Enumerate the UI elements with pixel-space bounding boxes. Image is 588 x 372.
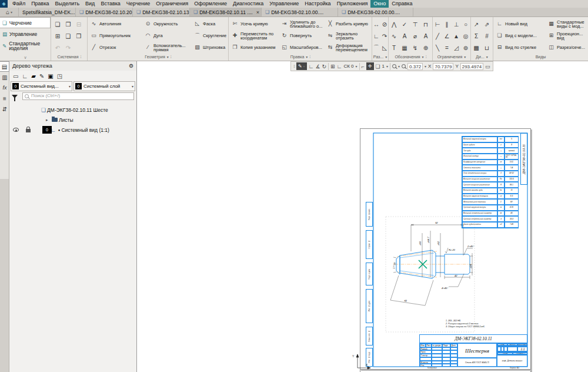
- chevron-down-icon[interactable]: ▾: [425, 64, 426, 68]
- move-by-coordinates-button[interactable]: ✚Переместить по координатам: [230, 30, 279, 42]
- fix-icon[interactable]: ⊢: [433, 18, 442, 30]
- coordinate-system-icon[interactable]: ∟: [337, 64, 342, 69]
- doc-tab[interactable]: ❏DM-EKG38-02.00.00....: [338, 8, 413, 16]
- open-document-icon[interactable]: ❐: [63, 18, 74, 30]
- menu-item[interactable]: Оформление: [191, 0, 230, 8]
- measure-sum-icon[interactable]: Σ: [471, 30, 482, 42]
- radial-dimension-icon[interactable]: ⌒: [372, 42, 380, 54]
- tab-drawing[interactable]: ❏Черчение: [0, 17, 51, 28]
- history-icon[interactable]: ⇵: [0, 104, 9, 114]
- collapse-ribbon-button[interactable]: ∨: [0, 55, 51, 60]
- weld-icon[interactable]: ↯: [410, 42, 420, 54]
- toolbar-grip[interactable]: ⁞⁞: [293, 64, 295, 68]
- style-button[interactable]: ✎▾: [296, 62, 307, 70]
- copy-by-point-button[interactable]: ❐Копия указанием: [230, 42, 279, 54]
- zoom-tool-icon[interactable]: [392, 64, 396, 68]
- view-arrow-icon[interactable]: ⊓: [420, 18, 431, 30]
- parallel-icon[interactable]: ∥: [442, 18, 452, 30]
- hatch-button[interactable]: ▨Штриховка: [192, 42, 229, 54]
- extend-button[interactable]: ⇥Удлинить до ближайшего о...: [279, 18, 325, 30]
- menu-item[interactable]: Черчение: [123, 0, 153, 8]
- text-icon[interactable]: T: [389, 42, 399, 54]
- equal-icon[interactable]: =: [442, 42, 452, 54]
- layer-value[interactable]: 1: [382, 64, 385, 69]
- measure-area-icon[interactable]: ▩: [471, 42, 482, 54]
- symmetry-icon[interactable]: ▲: [452, 30, 461, 42]
- fillet-button[interactable]: ⌒Скругление: [192, 30, 229, 42]
- doc-tab[interactable]: ❏DM-EKG38-02.10.00....: [262, 8, 338, 16]
- lock-icon[interactable]: [26, 129, 31, 132]
- menu-item[interactable]: Справка: [389, 0, 415, 8]
- layer-badge[interactable]: 0: [42, 126, 52, 134]
- menu-item[interactable]: Настройка: [302, 0, 333, 8]
- menu-item-window[interactable]: Окно: [370, 0, 389, 8]
- menu-item[interactable]: Правка: [28, 0, 52, 8]
- layers-icon[interactable]: ≡: [0, 93, 9, 104]
- search-input[interactable]: Поиск (Ctrl+/): [22, 92, 134, 100]
- deform-button[interactable]: ⇆Деформация перемещением: [325, 42, 373, 54]
- chevron-down-icon[interactable]: ▾: [464, 55, 466, 59]
- measure-distance-icon[interactable]: ↗: [471, 18, 482, 30]
- linear-dimension-icon[interactable]: ↔: [372, 18, 380, 30]
- datum-icon[interactable]: ✓: [399, 18, 410, 30]
- perpendicular-icon[interactable]: ⊥: [452, 18, 461, 30]
- views-filter-icon[interactable]: ▭: [13, 73, 18, 79]
- section-view-button[interactable]: ◫Разрез/сече...: [546, 42, 588, 54]
- center-mark-icon[interactable]: ⊕: [420, 42, 431, 54]
- chevron-down-icon[interactable]: ▾: [398, 64, 400, 68]
- measure-length-icon[interactable]: ⊔: [482, 42, 492, 54]
- rotate-button[interactable]: ↻Повернуть: [279, 30, 325, 42]
- coordinate-system-value[interactable]: СК 0: [343, 64, 353, 69]
- print-preview-icon[interactable]: ❑: [63, 30, 74, 42]
- tree-item-document[interactable]: ❏ДМ-ЭКГ38-02.10.11 Шесте: [9, 105, 136, 115]
- variables-icon[interactable]: fx: [0, 82, 9, 93]
- menu-item[interactable]: Выделить: [52, 0, 83, 8]
- arc-dimension-icon[interactable]: ↷: [380, 30, 389, 42]
- save-icon[interactable]: ⊟: [74, 18, 84, 30]
- corner-snap-icon[interactable]: ⌐: [362, 64, 365, 69]
- rounding-icon[interactable]: ↻: [322, 64, 327, 69]
- close-icon[interactable]: ×: [256, 9, 259, 15]
- tree-item-sheets[interactable]: ▸Листы: [9, 115, 136, 125]
- segment-button[interactable]: ╱Отрезок: [89, 42, 143, 54]
- view-icon[interactable]: ∟: [22, 73, 28, 79]
- view-filter-dropdown[interactable]: 0Системный вид...▾: [11, 81, 72, 91]
- snaps-toggle[interactable]: ✛: [366, 62, 374, 70]
- drawing-tree-icon[interactable]: ▤: [0, 61, 9, 72]
- layer-filter-dropdown[interactable]: 0Системный слой▾: [74, 81, 135, 91]
- concentric-icon[interactable]: ◎: [461, 30, 470, 42]
- redo-icon[interactable]: ↷: [63, 42, 74, 54]
- measure-grid-icon[interactable]: #: [482, 30, 492, 42]
- visibility-eye-icon[interactable]: [13, 128, 19, 132]
- doc-tab[interactable]: ❏DM-EKG38-02.10.20 ....: [76, 8, 133, 16]
- chevron-down-icon[interactable]: ▾: [386, 64, 388, 68]
- coincident-icon[interactable]: ⊚: [461, 42, 470, 54]
- chamfer-dimension-icon[interactable]: ◺: [380, 42, 389, 54]
- grid-icon[interactable]: ⊞: [330, 64, 335, 69]
- circle-button[interactable]: ⊙Окружность: [143, 18, 192, 30]
- y-coordinate[interactable]: 293.4974: [460, 63, 483, 70]
- mirror-button[interactable]: ⇋Зеркально отразить: [325, 30, 373, 42]
- diameter-dimension-icon[interactable]: ⊘: [380, 18, 389, 30]
- standard-views-button[interactable]: ▦Стандартные виды с мод...: [546, 18, 588, 30]
- ortho-mode-icon[interactable]: ∟: [309, 64, 314, 69]
- menu-item[interactable]: Ограничения: [153, 0, 191, 8]
- menu-item[interactable]: Вид: [82, 0, 98, 8]
- zoom-scale-icon[interactable]: [402, 64, 406, 68]
- group-grip[interactable]: ⁞: [171, 55, 171, 59]
- view-by-arrow-button[interactable]: ⊟Вид по стрелке: [495, 42, 546, 54]
- group-grip[interactable]: ⁞: [80, 55, 81, 59]
- home-button[interactable]: ⌂▾: [0, 8, 19, 16]
- menu-item[interactable]: Диагностика: [230, 0, 266, 8]
- rectangle-button[interactable]: ▭Прямоугольник: [89, 30, 143, 42]
- vertical-icon[interactable]: ╲: [433, 42, 442, 54]
- print-icon[interactable]: ⊞: [52, 30, 63, 42]
- tab-standard-parts[interactable]: ✎Стандартные изделия: [0, 39, 51, 52]
- doc-tab[interactable]: ❏DM-EKG38-02.10.13 ....: [133, 8, 190, 16]
- split-curve-button[interactable]: ╳Разбить кривую: [325, 18, 373, 30]
- layer-icon[interactable]: ❏: [376, 64, 380, 69]
- view-from-model-button[interactable]: ❏Вид с модели...: [495, 30, 546, 42]
- table-icon[interactable]: ▦: [399, 42, 410, 54]
- chevron-down-icon[interactable]: ▾: [306, 55, 308, 59]
- scale-button[interactable]: ◱Масштабиров...: [279, 42, 325, 54]
